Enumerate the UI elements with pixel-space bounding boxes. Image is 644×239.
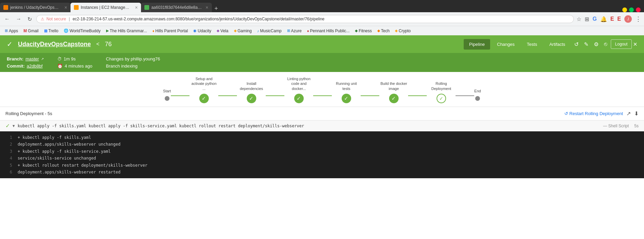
refresh-icon[interactable]: ↺ [572,39,581,50]
tab-2-close[interactable]: × [135,5,138,10]
bookmark-hills[interactable]: ▶ The Hills Grammar... [104,28,149,34]
log-header-actions: ↺ Restart Rolling Deployment ↗ ⬇ [564,110,639,117]
window-controls [622,7,644,12]
branch-value[interactable]: master [25,56,39,61]
ext2-icon[interactable]: E [617,16,621,22]
gmail-icon: M [23,29,27,33]
stage-docker[interactable]: Build the docker image ✓ [379,79,408,103]
bookmark-crypto[interactable]: ◆ Crypto [393,28,412,34]
connector-6 [456,95,474,96]
stage-rolling-node: ✓ [437,94,446,103]
bookmark-music[interactable]: ♪ MusicCamp [255,28,284,34]
tab-changes[interactable]: Changes [491,39,520,50]
bookmark-worldtime[interactable]: 🌐 WorldTimeBuddy [62,28,102,34]
bookmark-vela[interactable]: ◈ Vela [215,28,230,34]
tab-artifacts[interactable]: Artifacts [544,39,571,50]
tab-tests[interactable]: Tests [521,39,542,50]
bookmark-tech[interactable]: ◆ Tech [375,28,391,34]
bookmark-gaming[interactable]: ◆ Gaming [232,28,254,34]
bookmark-gmail[interactable]: M Gmail [21,28,40,34]
tab-2[interactable]: Instances | EC2 Management Co... × [71,3,141,12]
line-content-2: deployment.apps/skills-webserver unchang… [18,141,120,148]
build-info-bar: Branch: master ↗ Commit: a2db8bf ⏱ 1m 9s… [0,53,644,72]
stage-start[interactable]: Start [163,81,171,101]
tab-pipeline[interactable]: Pipeline [464,39,490,50]
chevron: < [96,41,99,47]
tab-1-close[interactable]: × [64,5,67,10]
restart-link[interactable]: ↺ Restart Rolling Deployment [564,111,623,116]
changes-by-value: Changes by phillip.young76 [106,56,160,61]
branch-info: Branch: master ↗ [7,56,44,61]
address-bar[interactable]: ⚠ Not secure | ec2-18-236-214-57.us-west… [36,15,574,23]
bookmark-udacity[interactable]: ◉ Udacity [191,28,213,34]
connector-5 [408,95,427,96]
star-icon[interactable]: ☆ [577,16,581,22]
stage-rolling[interactable]: Rolling Deployment ✓ [427,79,456,103]
forward-button[interactable]: → [14,15,23,23]
back-button[interactable]: ← [3,15,12,23]
bookmark-parent[interactable]: ♦ Hills Parent Portal [150,28,190,34]
reload-button[interactable]: ↻ [26,15,34,23]
logout-button[interactable]: Logout [611,39,632,49]
bookmark-apps[interactable]: ⊞ Apps [3,28,20,34]
bookmark-vela-label: Vela [220,29,228,33]
world-icon: 🌐 [64,29,68,33]
build-info-left: Branch: master ↗ Commit: a2db8bf [7,56,44,69]
build-info-right: Changes by phillip.young76 Branch indexi… [106,56,160,69]
music-icon: ♪ [257,29,259,33]
stage-linting[interactable]: Linting python code and docker... ✓ [284,79,313,103]
duration-value: 1m 9s [64,56,76,61]
tab-3-title: aa6031f83d7644e6d8e8a75781c... [151,5,202,10]
minimize-button[interactable] [622,7,627,12]
bookmark-trello[interactable]: ▦ Trello [42,28,61,34]
g-icon[interactable]: G [592,16,597,22]
stage-install-label: Install dependencies [237,79,266,91]
grid-icon[interactable]: ⊞ [585,16,589,22]
profile-avatar[interactable]: J [624,15,632,23]
log-line-4: 4 service/skills-service unchanged [5,155,639,162]
stage-end[interactable]: End [474,81,481,101]
close-button[interactable] [636,7,641,12]
line-num-6: 6 [5,169,12,176]
bookmark-pennant[interactable]: ♦ Pennant Hills Public... [305,28,351,34]
tab-3-close[interactable]: × [205,5,208,10]
branch-label: Branch: [7,56,23,61]
project-title[interactable]: UdacityDevOpsCapstone [18,41,91,48]
fitness-icon: ◆ [355,29,358,33]
restart-icon: ↺ [564,111,568,116]
external-link-button[interactable]: ↗ [626,110,631,117]
hills-icon: ▶ [106,29,109,33]
build-number: 76 [105,41,112,48]
tab-1[interactable]: jenkins / UdacityDevOpsCapstor... × [0,3,71,12]
extension-icon[interactable]: E [610,16,614,22]
bookmark-fitness[interactable]: ◆ Fitness [353,28,374,34]
parent-icon: ♦ [153,29,155,33]
download-button[interactable]: ⬇ [634,110,639,117]
step-expand-icon[interactable]: ▾ [13,123,15,128]
apps-icon: ⊞ [5,29,8,33]
menu-icon[interactable]: ⋮ [635,15,641,23]
connector-4 [361,95,379,96]
connector-2 [266,95,284,96]
connector-0 [171,95,189,96]
edit-icon[interactable]: ✎ [582,39,590,50]
stage-setup[interactable]: Setup and activate python ... ✓ [189,79,218,103]
tab-3[interactable]: aa6031f83d7644e6d8e8a75781c... × [141,3,212,12]
stage-linting-label: Linting python code and docker... [284,79,313,91]
new-tab-button[interactable]: + [212,5,221,12]
bell-icon[interactable]: 🔔 [600,16,607,22]
stage-unit-tests[interactable]: Running unit tests ✓ [332,79,361,103]
close-panel-button[interactable]: × [633,40,637,48]
maximize-button[interactable] [629,7,634,12]
log-line-3: 3 + kubectl apply -f skills-service.yaml [5,148,639,155]
stage-install[interactable]: Install dependencies ✓ [237,79,266,103]
pipeline-content: Start Setup and activate python ... ✓ In… [0,72,644,239]
exit-icon[interactable]: ⎋ [602,39,609,49]
bookmark-azure-label: Azure [291,29,302,33]
settings-icon[interactable]: ⚙ [592,39,601,50]
bookmark-apps-label: Apps [9,29,18,33]
bookmark-music-label: MusicCamp [260,29,281,33]
commit-value[interactable]: a2db8bf [27,63,43,69]
vela-icon: ◈ [217,29,219,33]
bookmark-azure[interactable]: ⊞ Azure [285,28,304,34]
